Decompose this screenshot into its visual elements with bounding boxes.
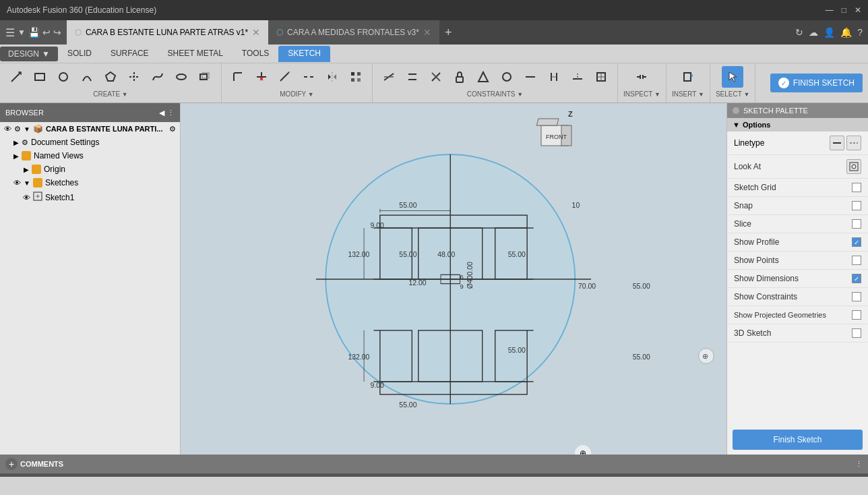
slice-checkbox[interactable] (852, 219, 861, 229)
browser-named-views[interactable]: ▶ Named Views (0, 149, 180, 163)
view-cube[interactable]: Z FRONT (531, 109, 578, 156)
cloud-icon[interactable]: ☁ (809, 27, 818, 38)
modify-label: MODIFY (280, 90, 306, 98)
comments-add-btn[interactable]: + (5, 458, 18, 470)
tangent-tool[interactable] (520, 66, 541, 88)
sketch-grid-checkbox[interactable] (852, 183, 861, 192)
midpoint-tool[interactable] (567, 66, 588, 88)
finish-sketch-toolbar-btn[interactable]: ✓ FINISH SKETCH (770, 74, 863, 92)
show-constraints-checkbox[interactable] (852, 292, 861, 301)
toolbar-area: DESIGN ▼ SOLID SURFACE SHEET METAL TOOLS… (0, 45, 868, 103)
tab1-close[interactable]: ✕ (252, 27, 260, 38)
design-arrow: ▼ (42, 49, 50, 59)
break-tool[interactable] (298, 66, 319, 88)
circle-tool[interactable] (53, 66, 74, 88)
construction-tool[interactable] (123, 66, 145, 88)
linetype-icon-2[interactable] (846, 136, 861, 150)
trim-tool[interactable] (251, 66, 272, 88)
browser-sketch1[interactable]: 👁 Sketch1 (0, 190, 180, 205)
show-profile-checkbox[interactable]: ✓ (852, 237, 861, 247)
canvas-area[interactable]: Z FRONT ⊕ (181, 103, 726, 455)
finish-sketch-palette-btn[interactable]: Finish Sketch (733, 430, 863, 450)
extend-tool[interactable] (274, 66, 296, 88)
tab2-close[interactable]: ✕ (423, 27, 431, 38)
pattern-tool[interactable] (345, 66, 367, 88)
tab2-label: CARA A MEDIDAS FRONTALES v3* (287, 28, 419, 37)
tab-sketch[interactable]: SKETCH (278, 46, 330, 62)
svg-rect-18 (351, 72, 354, 76)
user-icon[interactable]: 👤 (824, 27, 835, 38)
help-icon[interactable]: ? (857, 27, 863, 38)
refresh-icon[interactable]: ↻ (795, 27, 803, 38)
comments-expand-icon[interactable]: ⋮ (855, 460, 863, 469)
browser-collapse-icon[interactable]: ◀ (159, 109, 164, 117)
redo-icon[interactable]: ↪ (53, 27, 61, 38)
svg-text:6: 6 (460, 273, 463, 281)
tab-solid[interactable]: SOLID (58, 46, 101, 62)
slice-label: Slice (734, 219, 751, 229)
spline-tool[interactable] (147, 66, 168, 88)
constraints-section: CONSTRAINTS ▼ (373, 63, 618, 103)
app-menu-icon[interactable]: ☰ (5, 26, 15, 39)
root-eye-icon[interactable]: 👁 (4, 125, 11, 133)
3d-sketch-checkbox[interactable] (852, 328, 861, 338)
select-tool[interactable] (722, 66, 743, 88)
browser-doc-settings[interactable]: ▶ ⚙ Document Settings (0, 136, 180, 149)
browser-sketches[interactable]: 👁 ▼ Sketches (0, 176, 180, 190)
show-points-checkbox[interactable] (852, 256, 861, 265)
fix-tool[interactable] (590, 66, 612, 88)
save-icon[interactable]: 💾 (28, 27, 40, 38)
browser-root-item[interactable]: 👁 ⚙ ▼ 📦 CARA B ESTANTE LUNA PARTI... ⚙ (0, 122, 180, 136)
triangle-constraint[interactable] (472, 66, 494, 88)
parallel-tool[interactable] (402, 66, 423, 88)
undo-icon[interactable]: ↩ (42, 27, 51, 38)
comments-label: COMMENTS (20, 460, 63, 468)
inspect-tool[interactable] (631, 66, 652, 88)
svg-text:9: 9 (460, 283, 463, 290)
perpendicular-tool[interactable] (425, 66, 447, 88)
fillet-tool[interactable] (227, 66, 249, 88)
sketch1-eye-icon[interactable]: 👁 (23, 194, 30, 202)
design-dropdown[interactable]: DESIGN ▼ (0, 47, 58, 61)
close-icon[interactable]: ✕ (855, 5, 861, 15)
show-projected-checkbox[interactable] (852, 310, 861, 320)
equal-tool[interactable] (496, 66, 518, 88)
browser-origin[interactable]: 👁 ▶ Origin (0, 163, 180, 176)
tab-cara-b[interactable]: ⬡ CARA B ESTANTE LUNA PARTE ATRAS v1* ✕ (67, 20, 268, 45)
offset-tool[interactable] (194, 66, 216, 88)
root-options-icon[interactable]: ⚙ (169, 125, 176, 134)
svg-text:55.00: 55.00 (633, 283, 650, 290)
new-tab-btn[interactable]: ▼ (18, 28, 26, 37)
add-tab-btn[interactable]: + (439, 20, 458, 45)
coincident-tool[interactable] (378, 66, 400, 88)
line-tool[interactable] (5, 66, 27, 88)
look-at-btn[interactable] (846, 159, 861, 174)
tab-tools[interactable]: TOOLS (232, 46, 278, 62)
rect-tool[interactable] (29, 66, 51, 88)
sketches-eye-icon[interactable]: 👁 (13, 179, 21, 187)
maximize-icon[interactable]: □ (842, 5, 846, 15)
symmetry-tool[interactable] (543, 66, 565, 88)
insert-tool[interactable] (677, 66, 699, 88)
options-label: Options (743, 121, 771, 129)
svg-text:FRONT: FRONT (546, 134, 567, 140)
notification-icon[interactable]: 🔔 (840, 27, 852, 38)
minimize-icon[interactable]: — (826, 5, 834, 15)
named-views-expand: ▶ (13, 152, 19, 160)
snap-checkbox[interactable] (852, 201, 861, 210)
arc-tool[interactable] (76, 66, 98, 88)
browser-expand-icon[interactable]: ⋮ (167, 109, 175, 117)
linetype-icon-1[interactable] (830, 136, 844, 150)
tab-cara-a[interactable]: ⬡ CARA A MEDIDAS FRONTALES v3* ✕ (268, 20, 439, 45)
ellipse-tool[interactable] (170, 66, 192, 88)
show-dimensions-checkbox[interactable]: ✓ (852, 274, 861, 283)
lock-tool[interactable] (449, 66, 470, 88)
insert-arrow: ▼ (698, 91, 704, 98)
palette-snap-row: Snap (727, 197, 868, 215)
tab-surface[interactable]: SURFACE (101, 46, 158, 62)
palette-options-header[interactable]: ▼ Options (727, 118, 868, 132)
tab-sheet-metal[interactable]: SHEET METAL (158, 46, 232, 62)
polygon-tool[interactable] (100, 66, 121, 88)
doc-expand-arrow: ▶ (13, 139, 19, 146)
mirror-tool[interactable] (321, 66, 343, 88)
